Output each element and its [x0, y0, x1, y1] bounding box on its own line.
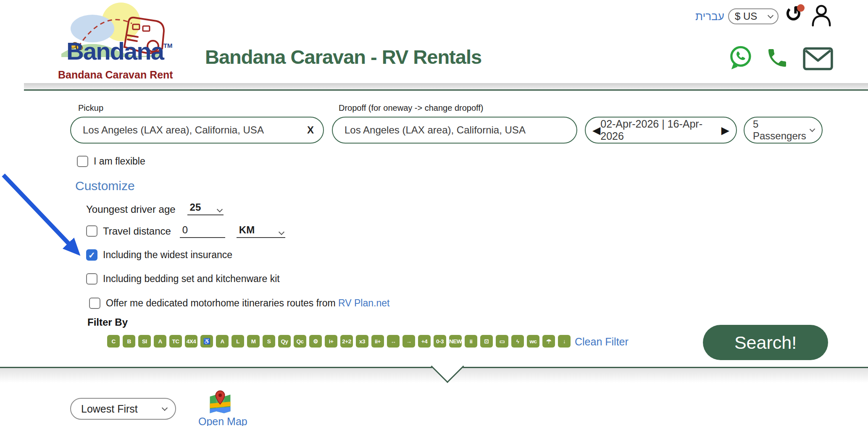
filter-gear-icon[interactable]: ⚙ — [309, 335, 322, 348]
filter-class-a-icon[interactable]: A — [154, 335, 166, 348]
filter-automatic-transmission-icon[interactable]: A — [216, 335, 229, 348]
language-link-hebrew[interactable]: עברית — [695, 10, 724, 23]
phone-icon[interactable] — [765, 46, 789, 71]
filter-qc-icon[interactable]: Qc — [294, 335, 306, 348]
travel-distance-label: Travel distance — [103, 225, 171, 237]
chevron-down-icon — [217, 206, 223, 212]
bedding-label: Including bedding set and kitchenware ki… — [103, 273, 280, 285]
filter-seats-2plus2-icon[interactable]: 2+2 — [340, 335, 353, 348]
currency-value: $ US — [735, 10, 757, 22]
account-icon[interactable] — [810, 3, 833, 28]
dropoff-field[interactable] — [332, 117, 577, 144]
open-map-link[interactable]: Open Map — [198, 416, 247, 426]
bedding-checkbox[interactable] — [86, 273, 97, 285]
travel-distance-row: Travel distance 0 KM — [86, 224, 285, 238]
pickup-label: Pickup — [78, 103, 103, 113]
filter-family-plus-icon[interactable]: ii+ — [371, 335, 384, 348]
filter-medium-rv-icon[interactable]: M — [247, 335, 260, 348]
itineraries-row: Offer me dedicated motorhome itineraries… — [89, 298, 389, 309]
filter-bunk-bed-icon[interactable]: ▭ — [496, 335, 508, 348]
filter-tv-icon[interactable]: ⊡ — [480, 335, 493, 348]
filter-qy-icon[interactable]: Qy — [278, 335, 291, 348]
insurance-label: Including the widest insurance — [103, 249, 232, 261]
clean-filter-link[interactable]: Clean Filter — [575, 336, 629, 348]
next-dates-icon[interactable]: ▶ — [721, 124, 729, 136]
youngest-driver-row: Youngest driver age 25 — [86, 201, 224, 215]
insurance-checkbox[interactable]: ✓ — [86, 249, 97, 261]
itineraries-label: Offer me dedicated motorhome itineraries… — [106, 298, 389, 309]
flexible-label: I am flexible — [94, 156, 145, 167]
filter-shower-icon[interactable]: ☂ — [542, 335, 555, 348]
notification-dot — [797, 4, 805, 12]
dropoff-label: Dropoff (for oneway -> change dropoff) — [339, 103, 483, 113]
flexible-row: I am flexible — [77, 156, 145, 167]
filter-by-label: Filter By — [87, 316, 128, 328]
travel-distance-checkbox[interactable] — [86, 225, 97, 237]
page-title: Bandana Caravan - RV Rentals — [205, 45, 481, 68]
filter-plus-4-seats-icon[interactable]: +4 — [418, 335, 431, 348]
flexible-checkbox[interactable] — [77, 156, 88, 167]
pickup-input[interactable] — [82, 124, 299, 136]
header-divider — [24, 83, 868, 91]
filter-rv-loading-icon[interactable]: ↓ — [558, 335, 571, 348]
section-divider-shadow — [0, 368, 868, 382]
chevron-down-icon — [279, 229, 284, 235]
filter-new-model-icon[interactable]: NEW — [449, 335, 462, 348]
distance-unit-select[interactable]: KM — [237, 224, 285, 238]
filter-slide-out-icon[interactable]: → — [402, 335, 415, 348]
insurance-row: ✓ Including the widest insurance — [86, 249, 232, 261]
filter-couple-icon[interactable]: ii — [465, 335, 477, 348]
filter-4x4-icon[interactable]: 4X4 — [185, 335, 197, 348]
previous-dates-icon[interactable]: ◀ — [592, 124, 600, 136]
filter-generator-icon[interactable]: ϟ — [511, 335, 524, 348]
brand-subtitle: Bandana Caravan Rent — [58, 69, 173, 81]
bedding-row: Including bedding set and kitchenware ki… — [86, 273, 280, 285]
youngest-driver-select[interactable]: 25 — [187, 201, 224, 215]
email-icon[interactable] — [802, 47, 834, 72]
sort-select[interactable]: Lowest First — [70, 398, 176, 420]
passengers-select[interactable]: 5 Passengers — [744, 117, 823, 144]
passengers-value: 5 Passengers — [753, 118, 810, 142]
filter-wc-icon[interactable]: wc — [527, 335, 539, 348]
filter-class-c-icon[interactable]: C — [107, 335, 120, 348]
date-range-value[interactable]: 02-Apr-2026 | 16-Apr-2026 — [600, 118, 721, 142]
rv-plan-link[interactable]: RV Plan.net — [338, 298, 389, 308]
filter-wheelchair-accessible-icon[interactable]: ♿ — [200, 335, 213, 348]
filter-large-rv-icon[interactable]: L — [231, 335, 244, 348]
currency-select[interactable]: $ US — [728, 8, 779, 24]
filter-small-rv-icon[interactable]: S — [263, 335, 275, 348]
history-undo-icon[interactable]: ↺ — [781, 1, 806, 28]
brand-wordmark: BandanaTM — [66, 37, 173, 65]
trademark: TM — [163, 42, 173, 49]
itineraries-checkbox[interactable] — [89, 298, 100, 309]
filter-truck-camper-icon[interactable]: TC — [169, 335, 182, 348]
travel-distance-input[interactable]: 0 — [180, 224, 225, 238]
clear-pickup-icon[interactable]: X — [307, 124, 314, 136]
filter-class-b-icon[interactable]: B — [123, 335, 135, 348]
filter-x3-icon[interactable]: x3 — [356, 335, 368, 348]
bandana-caravan-page: עברית $ US ↺ BandanaTM Banda — [0, 0, 868, 426]
sort-value: Lowest First — [81, 403, 138, 415]
youngest-driver-label: Youngest driver age — [86, 204, 176, 215]
filter-icons-row: CBSIATC4X4♿ALMSQyQc⚙i+2+2x3ii+↔→+40-3NEW… — [107, 335, 571, 348]
chevron-down-icon — [162, 405, 168, 411]
dropoff-input[interactable] — [344, 124, 566, 136]
filter-extra-driver-icon[interactable]: i+ — [325, 335, 337, 348]
whatsapp-icon[interactable] — [728, 44, 753, 72]
pickup-field[interactable]: X — [70, 117, 324, 144]
open-map-icon[interactable] — [208, 389, 232, 414]
chevron-down-icon — [768, 13, 773, 18]
filter-semi-integrated-icon[interactable]: SI — [138, 335, 151, 348]
date-range-field[interactable]: ◀ 02-Apr-2026 | 16-Apr-2026 ▶ — [585, 117, 737, 144]
customize-link[interactable]: Customize — [75, 179, 135, 193]
search-button[interactable]: Search! — [703, 325, 828, 360]
filter-wide-bed-icon[interactable]: ↔ — [387, 335, 400, 348]
filter-child-0-3-icon[interactable]: 0-3 — [434, 335, 446, 348]
